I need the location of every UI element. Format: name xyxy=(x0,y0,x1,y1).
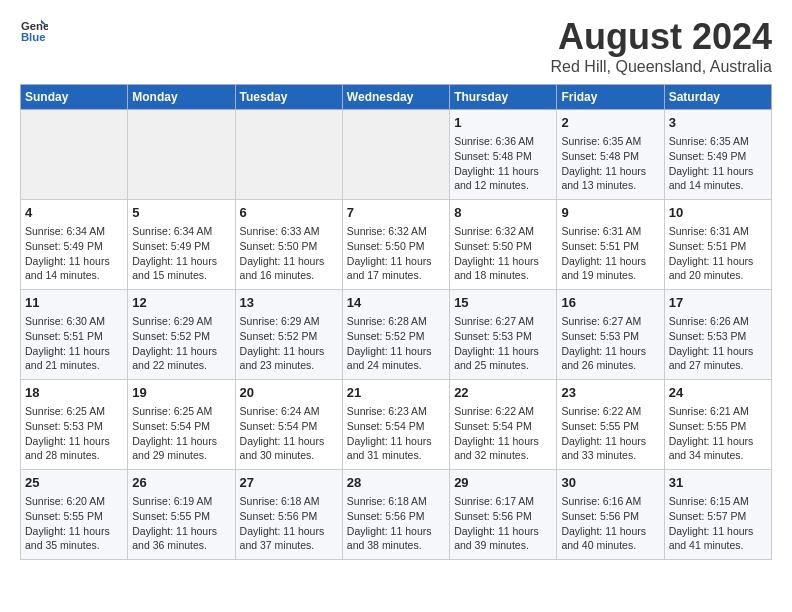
day-info: Sunrise: 6:25 AMSunset: 5:53 PMDaylight:… xyxy=(25,404,123,463)
day-cell: 20Sunrise: 6:24 AMSunset: 5:54 PMDayligh… xyxy=(235,380,342,470)
day-info: Sunrise: 6:30 AMSunset: 5:51 PMDaylight:… xyxy=(25,314,123,373)
day-info: Sunrise: 6:32 AMSunset: 5:50 PMDaylight:… xyxy=(347,224,445,283)
day-cell: 2Sunrise: 6:35 AMSunset: 5:48 PMDaylight… xyxy=(557,110,664,200)
day-info: Sunrise: 6:18 AMSunset: 5:56 PMDaylight:… xyxy=(347,494,445,553)
day-cell: 25Sunrise: 6:20 AMSunset: 5:55 PMDayligh… xyxy=(21,470,128,560)
day-info: Sunrise: 6:16 AMSunset: 5:56 PMDaylight:… xyxy=(561,494,659,553)
day-info: Sunrise: 6:21 AMSunset: 5:55 PMDaylight:… xyxy=(669,404,767,463)
day-info: Sunrise: 6:33 AMSunset: 5:50 PMDaylight:… xyxy=(240,224,338,283)
day-number: 4 xyxy=(25,204,123,222)
day-number: 15 xyxy=(454,294,552,312)
day-info: Sunrise: 6:35 AMSunset: 5:49 PMDaylight:… xyxy=(669,134,767,193)
day-cell: 29Sunrise: 6:17 AMSunset: 5:56 PMDayligh… xyxy=(450,470,557,560)
day-cell: 13Sunrise: 6:29 AMSunset: 5:52 PMDayligh… xyxy=(235,290,342,380)
day-cell: 19Sunrise: 6:25 AMSunset: 5:54 PMDayligh… xyxy=(128,380,235,470)
day-info: Sunrise: 6:26 AMSunset: 5:53 PMDaylight:… xyxy=(669,314,767,373)
day-number: 21 xyxy=(347,384,445,402)
day-cell: 12Sunrise: 6:29 AMSunset: 5:52 PMDayligh… xyxy=(128,290,235,380)
day-cell: 6Sunrise: 6:33 AMSunset: 5:50 PMDaylight… xyxy=(235,200,342,290)
day-info: Sunrise: 6:24 AMSunset: 5:54 PMDaylight:… xyxy=(240,404,338,463)
day-info: Sunrise: 6:31 AMSunset: 5:51 PMDaylight:… xyxy=(561,224,659,283)
day-number: 8 xyxy=(454,204,552,222)
day-cell xyxy=(21,110,128,200)
day-cell: 11Sunrise: 6:30 AMSunset: 5:51 PMDayligh… xyxy=(21,290,128,380)
day-number: 11 xyxy=(25,294,123,312)
logo-icon: General Blue xyxy=(20,16,48,44)
day-info: Sunrise: 6:19 AMSunset: 5:55 PMDaylight:… xyxy=(132,494,230,553)
day-cell: 18Sunrise: 6:25 AMSunset: 5:53 PMDayligh… xyxy=(21,380,128,470)
day-cell xyxy=(342,110,449,200)
day-info: Sunrise: 6:27 AMSunset: 5:53 PMDaylight:… xyxy=(454,314,552,373)
day-info: Sunrise: 6:23 AMSunset: 5:54 PMDaylight:… xyxy=(347,404,445,463)
day-cell: 30Sunrise: 6:16 AMSunset: 5:56 PMDayligh… xyxy=(557,470,664,560)
day-header-friday: Friday xyxy=(557,85,664,110)
week-row-5: 25Sunrise: 6:20 AMSunset: 5:55 PMDayligh… xyxy=(21,470,772,560)
day-number: 16 xyxy=(561,294,659,312)
day-number: 26 xyxy=(132,474,230,492)
day-cell: 31Sunrise: 6:15 AMSunset: 5:57 PMDayligh… xyxy=(664,470,771,560)
day-number: 17 xyxy=(669,294,767,312)
sub-title: Red Hill, Queensland, Australia xyxy=(551,58,772,76)
day-info: Sunrise: 6:22 AMSunset: 5:55 PMDaylight:… xyxy=(561,404,659,463)
day-number: 31 xyxy=(669,474,767,492)
day-info: Sunrise: 6:34 AMSunset: 5:49 PMDaylight:… xyxy=(132,224,230,283)
day-cell: 1Sunrise: 6:36 AMSunset: 5:48 PMDaylight… xyxy=(450,110,557,200)
day-cell: 27Sunrise: 6:18 AMSunset: 5:56 PMDayligh… xyxy=(235,470,342,560)
svg-text:Blue: Blue xyxy=(21,31,46,43)
calendar-table: SundayMondayTuesdayWednesdayThursdayFrid… xyxy=(20,84,772,560)
day-cell xyxy=(128,110,235,200)
day-header-thursday: Thursday xyxy=(450,85,557,110)
day-cell: 9Sunrise: 6:31 AMSunset: 5:51 PMDaylight… xyxy=(557,200,664,290)
day-cell: 10Sunrise: 6:31 AMSunset: 5:51 PMDayligh… xyxy=(664,200,771,290)
day-cell: 16Sunrise: 6:27 AMSunset: 5:53 PMDayligh… xyxy=(557,290,664,380)
day-number: 14 xyxy=(347,294,445,312)
day-info: Sunrise: 6:20 AMSunset: 5:55 PMDaylight:… xyxy=(25,494,123,553)
day-info: Sunrise: 6:29 AMSunset: 5:52 PMDaylight:… xyxy=(132,314,230,373)
day-info: Sunrise: 6:15 AMSunset: 5:57 PMDaylight:… xyxy=(669,494,767,553)
day-number: 23 xyxy=(561,384,659,402)
day-header-sunday: Sunday xyxy=(21,85,128,110)
day-info: Sunrise: 6:31 AMSunset: 5:51 PMDaylight:… xyxy=(669,224,767,283)
svg-text:General: General xyxy=(21,20,48,32)
day-number: 5 xyxy=(132,204,230,222)
day-cell: 4Sunrise: 6:34 AMSunset: 5:49 PMDaylight… xyxy=(21,200,128,290)
day-number: 3 xyxy=(669,114,767,132)
day-number: 2 xyxy=(561,114,659,132)
page-header: General Blue August 2024 Red Hill, Queen… xyxy=(20,16,772,76)
day-cell: 15Sunrise: 6:27 AMSunset: 5:53 PMDayligh… xyxy=(450,290,557,380)
day-info: Sunrise: 6:22 AMSunset: 5:54 PMDaylight:… xyxy=(454,404,552,463)
week-row-2: 4Sunrise: 6:34 AMSunset: 5:49 PMDaylight… xyxy=(21,200,772,290)
day-info: Sunrise: 6:28 AMSunset: 5:52 PMDaylight:… xyxy=(347,314,445,373)
day-cell: 3Sunrise: 6:35 AMSunset: 5:49 PMDaylight… xyxy=(664,110,771,200)
day-cell: 24Sunrise: 6:21 AMSunset: 5:55 PMDayligh… xyxy=(664,380,771,470)
day-number: 25 xyxy=(25,474,123,492)
day-number: 28 xyxy=(347,474,445,492)
day-header-saturday: Saturday xyxy=(664,85,771,110)
day-cell: 26Sunrise: 6:19 AMSunset: 5:55 PMDayligh… xyxy=(128,470,235,560)
header-row: SundayMondayTuesdayWednesdayThursdayFrid… xyxy=(21,85,772,110)
day-cell xyxy=(235,110,342,200)
main-title: August 2024 xyxy=(551,16,772,58)
day-number: 10 xyxy=(669,204,767,222)
day-header-wednesday: Wednesday xyxy=(342,85,449,110)
day-info: Sunrise: 6:18 AMSunset: 5:56 PMDaylight:… xyxy=(240,494,338,553)
day-number: 22 xyxy=(454,384,552,402)
day-info: Sunrise: 6:29 AMSunset: 5:52 PMDaylight:… xyxy=(240,314,338,373)
day-number: 9 xyxy=(561,204,659,222)
day-cell: 22Sunrise: 6:22 AMSunset: 5:54 PMDayligh… xyxy=(450,380,557,470)
day-info: Sunrise: 6:32 AMSunset: 5:50 PMDaylight:… xyxy=(454,224,552,283)
day-cell: 14Sunrise: 6:28 AMSunset: 5:52 PMDayligh… xyxy=(342,290,449,380)
day-number: 7 xyxy=(347,204,445,222)
day-info: Sunrise: 6:35 AMSunset: 5:48 PMDaylight:… xyxy=(561,134,659,193)
day-cell: 7Sunrise: 6:32 AMSunset: 5:50 PMDaylight… xyxy=(342,200,449,290)
day-number: 1 xyxy=(454,114,552,132)
week-row-1: 1Sunrise: 6:36 AMSunset: 5:48 PMDaylight… xyxy=(21,110,772,200)
day-info: Sunrise: 6:17 AMSunset: 5:56 PMDaylight:… xyxy=(454,494,552,553)
title-block: August 2024 Red Hill, Queensland, Austra… xyxy=(551,16,772,76)
day-number: 24 xyxy=(669,384,767,402)
day-header-tuesday: Tuesday xyxy=(235,85,342,110)
day-number: 27 xyxy=(240,474,338,492)
day-cell: 28Sunrise: 6:18 AMSunset: 5:56 PMDayligh… xyxy=(342,470,449,560)
day-info: Sunrise: 6:27 AMSunset: 5:53 PMDaylight:… xyxy=(561,314,659,373)
day-number: 30 xyxy=(561,474,659,492)
